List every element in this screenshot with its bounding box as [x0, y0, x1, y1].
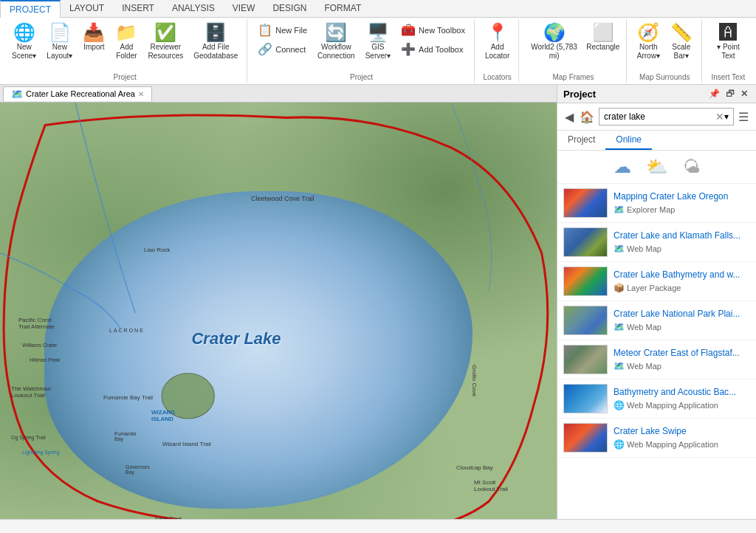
scale-bar-button[interactable]: 📏 ScaleBar▾ [666, 21, 697, 63]
panel-title: Project [563, 89, 596, 100]
app-type-icon[interactable]: 🌤 [683, 157, 701, 177]
list-item[interactable]: Crater Lake Swipe 🌐 Web Mapping Applicat… [557, 419, 756, 458]
item-thumbnail [563, 266, 608, 296]
list-item[interactable]: Crater Lake National Park Plai... 🗺️ Web… [557, 301, 756, 340]
new-file-button[interactable]: 📋 New File [253, 21, 312, 39]
map-tab-crater-lake[interactable]: 🗺️ Crater Lake Recreational Area ✕ [3, 86, 152, 101]
add-folder-icon: 📁 [115, 24, 137, 41]
label-eagle-cove: Eagle Cove [155, 516, 182, 519]
search-clear-button[interactable]: ✕ [715, 111, 724, 123]
panel-home-button[interactable]: 🏠 [578, 109, 596, 125]
workflow-connection-button[interactable]: 🔄 WorkflowConnection [313, 21, 360, 63]
project-group-label: Project [3, 73, 247, 81]
connect-button[interactable]: 🔗 Connect [253, 40, 312, 58]
tab-insert[interactable]: INSERT [113, 0, 163, 17]
add-locator-icon: 📍 [487, 24, 509, 41]
import-icon: 📥 [83, 24, 105, 41]
rectangle-button[interactable]: ⬜ Rectangle [585, 21, 622, 55]
map-type-icon[interactable]: ☁ [614, 157, 631, 177]
point-text-button[interactable]: 🅰 ▾ Point Text [708, 21, 749, 63]
panel-menu-button[interactable]: ☰ [737, 109, 750, 125]
item-type: 🗺️ Web Map [614, 322, 750, 332]
item-type: 🌐 Web Mapping Application [614, 439, 750, 450]
reviewer-resources-button[interactable]: ✅ ReviewerResources [143, 21, 188, 63]
item-type: 🗺️ Web Map [614, 361, 750, 371]
map-tab-title: Crater Lake Recreational Area [26, 89, 135, 98]
item-type-icon: 🗺️ [614, 244, 625, 254]
world2-icon: 🌍 [543, 24, 566, 41]
tab-analysis[interactable]: ANALYSIS [163, 0, 224, 17]
new-layout-button[interactable]: 📄 NewLayout▾ [42, 21, 77, 63]
add-file-geodatabase-button[interactable]: 🗄️ Add FileGeodatabase [189, 21, 242, 63]
connections-group-label: Project [249, 73, 474, 81]
label-fumarole-trail: Fumarole Bay Trail [103, 394, 153, 401]
main-area: 🗺️ Crater Lake Recreational Area ✕ Cle [0, 85, 756, 519]
project-panel: Project 📌 🗗 ✕ ◀ 🏠 ✕ ▾ ☰ Project Online ☁… [557, 85, 756, 519]
label-wizard-island: WIZARDISLAND [151, 409, 175, 422]
item-type-icon: 🗺️ [614, 204, 625, 215]
map-view[interactable]: Cleetwood Cove Trail Liao Rock Pacific C… [0, 103, 557, 519]
list-item[interactable]: Bathymetry and Acoustic Bac... 🌐 Web Map… [557, 379, 756, 419]
label-mt-scott: Mt ScottLookout Trail [474, 479, 508, 492]
tab-format[interactable]: FORMAT [315, 0, 370, 17]
add-locator-button[interactable]: 📍 AddLocator [481, 21, 514, 63]
panel-type-icons: ☁ ⛅ 🌤 [557, 151, 756, 184]
list-item[interactable]: Crater Lake Bathymetry and w... 📦 Layer … [557, 262, 756, 301]
label-grotto: Grotto Cove [471, 365, 478, 396]
search-box: ✕ ▾ [599, 108, 734, 125]
label-watchman: The WatchmanLookout Trail [11, 385, 51, 399]
panel-restore-button[interactable]: 🗗 [724, 88, 737, 100]
item-thumbnail [563, 188, 608, 218]
ribbon-group-connections: 📋 New File 🔗 Connect 🔄 WorkflowConnectio… [249, 19, 475, 83]
item-title: Crater Lake and Klamath Falls... [614, 230, 750, 242]
tab-project[interactable]: Project [557, 131, 605, 150]
list-item[interactable]: Meteor Crater East of Flagstaf... 🗺️ Web… [557, 340, 756, 379]
import-button[interactable]: 📥 Import [78, 21, 109, 55]
add-toolbox-button[interactable]: ➕ Add Toolbox [396, 40, 470, 58]
label-governors: GovernorsBay [126, 464, 150, 475]
layer-type-icon[interactable]: ⛅ [646, 157, 668, 177]
point-text-icon: 🅰 [719, 24, 737, 41]
ribbon-group-insert-text: 🅰 ▾ Point Text Insert Text [704, 19, 753, 83]
panel-results-list: Mapping Crater Lake Oregon 🗺️ Explorer M… [557, 184, 756, 519]
tab-online[interactable]: Online [605, 131, 652, 150]
panel-close-button[interactable]: ✕ [738, 88, 750, 100]
item-thumbnail [563, 423, 608, 453]
search-input[interactable] [604, 111, 715, 122]
north-arrow-button[interactable]: 🧭 NorthArrow▾ [633, 21, 664, 63]
item-type-icon: 🗺️ [614, 361, 625, 371]
new-scene-icon: 🌐 [13, 24, 35, 41]
add-folder-button[interactable]: 📁 AddFolder [111, 21, 142, 63]
panel-back-button[interactable]: ◀ [563, 109, 575, 125]
connect-icon: 🔗 [258, 42, 272, 56]
world2-button[interactable]: 🌍 World2 (5,783 mi) [525, 21, 583, 63]
search-dropdown-icon[interactable]: ▾ [724, 111, 729, 122]
ribbon-group-map-surrounds: 🧭 NorthArrow▾ 📏 ScaleBar▾ Map Surrounds [628, 19, 702, 83]
scale-bar-icon: 📏 [670, 24, 693, 41]
item-thumbnail [563, 384, 608, 413]
gis-server-button[interactable]: 🖥️ GISServer▾ [361, 21, 395, 63]
list-item[interactable]: Crater Lake and Klamath Falls... 🗺️ Web … [557, 223, 756, 262]
label-crater-lake-main: Crater Lake [191, 329, 281, 348]
new-file-icon: 📋 [258, 23, 272, 37]
label-pacific-crest: Pacific CrestTrail Alternate [18, 317, 55, 330]
item-title: Mapping Crater Lake Oregon [614, 191, 750, 203]
new-layout-icon: 📄 [49, 24, 71, 41]
label-wizard-trail: Wizard Island Trail [162, 441, 211, 447]
label-hillman: Hillman Peak [30, 357, 60, 362]
workflow-icon: 🔄 [325, 24, 347, 41]
label-lightning: Lightning Spring [22, 450, 60, 455]
ribbon-group-project: 🌐 NewScene▾ 📄 NewLayout▾ 📥 Import 📁 AddF… [3, 19, 247, 83]
tab-project[interactable]: PROJECT [0, 0, 61, 18]
new-toolbox-button[interactable]: 🧰 New Toolbox [396, 21, 470, 39]
map-tab-close[interactable]: ✕ [138, 90, 144, 98]
panel-pin-button[interactable]: 📌 [707, 88, 722, 100]
item-type-icon: 🌐 [614, 400, 625, 410]
new-scene-button[interactable]: 🌐 NewScene▾ [7, 21, 41, 63]
add-toolbox-icon: ➕ [401, 42, 416, 56]
geodatabase-icon: 🗄️ [205, 24, 227, 41]
tab-design[interactable]: DESIGN [264, 0, 315, 17]
list-item[interactable]: Mapping Crater Lake Oregon 🗺️ Explorer M… [557, 184, 756, 223]
tab-view[interactable]: VIEW [224, 0, 264, 17]
tab-layout[interactable]: LAYOUT [61, 0, 113, 17]
